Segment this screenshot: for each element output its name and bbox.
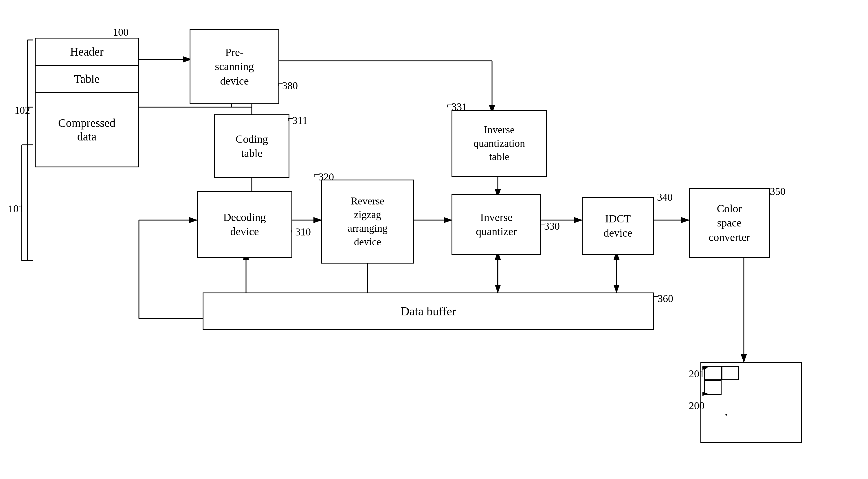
decoding-device: Decodingdevice bbox=[197, 191, 292, 258]
tick-311: ⌐ bbox=[287, 112, 293, 124]
tick-310: ⌐ bbox=[290, 224, 296, 236]
tick-360: ⌐ bbox=[653, 291, 658, 303]
ref-102: 102 bbox=[14, 104, 30, 116]
ref-100: 100 bbox=[113, 26, 128, 38]
tick-331: ⌐ bbox=[446, 99, 453, 111]
file-stack: Header Table Compresseddata bbox=[35, 38, 139, 168]
idct-device: IDCTdevice bbox=[582, 197, 654, 255]
ref-101: 101 bbox=[8, 203, 24, 215]
compressed-data-box: Compresseddata bbox=[35, 92, 139, 168]
ref-380: 380 bbox=[282, 80, 298, 92]
ref-310: 310 bbox=[295, 226, 311, 238]
ellipsis: · bbox=[724, 406, 731, 423]
ref-350: 350 bbox=[770, 185, 785, 198]
tick-320: ⌐ bbox=[313, 169, 319, 181]
ref-331: 331 bbox=[452, 101, 467, 113]
reverse-zigzag-device: Reversezigzagarrangingdevice bbox=[321, 180, 414, 264]
color-space-converter: Colorspaceconverter bbox=[689, 188, 770, 258]
tick-330: ⌐ bbox=[539, 218, 545, 230]
ref-330: 330 bbox=[544, 220, 560, 232]
ref-340: 340 bbox=[657, 191, 673, 203]
ref-311: 311 bbox=[292, 114, 308, 126]
inverse-quantizer: Inversequantizer bbox=[452, 194, 541, 255]
inv-quant-table: Inversequantizationtable bbox=[452, 110, 547, 177]
tick-380: ⌐ bbox=[277, 78, 283, 90]
table-box: Table bbox=[35, 65, 139, 93]
prescanning-device: Pre-scanningdevice bbox=[190, 29, 279, 104]
ref-320: 320 bbox=[318, 171, 334, 183]
ref-360: 360 bbox=[658, 293, 673, 305]
output-image-box: · bbox=[701, 362, 802, 443]
header-box: Header bbox=[35, 38, 139, 66]
coding-table: Codingtable bbox=[214, 114, 289, 178]
data-buffer: Data buffer bbox=[203, 293, 654, 330]
